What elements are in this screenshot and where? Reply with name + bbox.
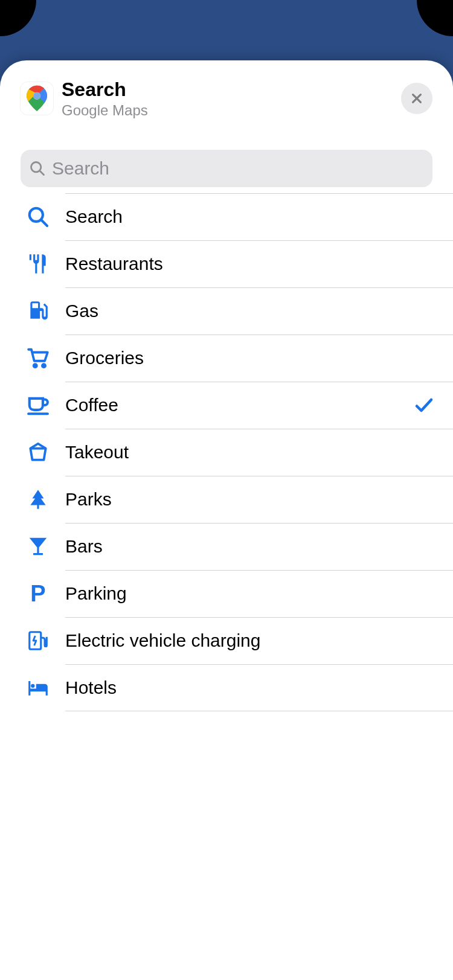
category-label: Parking [65, 583, 435, 604]
category-restaurants[interactable]: Restaurants [0, 240, 453, 287]
category-label: Gas [65, 301, 435, 321]
category-ev-charging[interactable]: Electric vehicle charging [0, 617, 453, 664]
category-label: Search [65, 207, 435, 227]
search-icon [24, 203, 52, 231]
category-groceries[interactable]: Groceries [0, 335, 453, 382]
parks-icon [24, 485, 52, 513]
category-bars[interactable]: Bars [0, 523, 453, 570]
svg-point-6 [34, 365, 37, 368]
category-parks[interactable]: Parks [0, 476, 453, 523]
svg-point-11 [31, 684, 34, 688]
category-parking[interactable]: P Parking [0, 570, 453, 617]
groceries-icon [24, 344, 52, 372]
bars-icon [24, 533, 52, 560]
restaurant-icon [24, 250, 52, 278]
parking-icon: P [24, 580, 52, 607]
search-input-field[interactable] [21, 150, 432, 187]
category-label: Bars [65, 536, 435, 557]
sheet-header: Search Google Maps [0, 75, 453, 129]
category-label: Groceries [65, 348, 435, 368]
close-button[interactable] [401, 83, 432, 114]
sheet-title: Search [62, 78, 401, 101]
svg-point-1 [33, 92, 40, 100]
google-maps-app-icon [21, 82, 53, 115]
category-hotels[interactable]: Hotels [0, 664, 453, 711]
ev-charging-icon [24, 627, 52, 655]
category-label: Electric vehicle charging [65, 630, 435, 651]
category-label: Restaurants [65, 254, 435, 274]
svg-point-7 [42, 365, 45, 368]
category-search[interactable]: Search [0, 193, 453, 240]
category-label: Coffee [65, 395, 413, 415]
coffee-icon [24, 391, 52, 419]
category-label: Parks [65, 489, 435, 510]
search-input[interactable] [52, 158, 424, 179]
category-gas[interactable]: Gas [0, 287, 453, 335]
hotels-icon [24, 674, 52, 702]
category-list: Search Restaurants Gas Groceries Coffee [0, 193, 453, 711]
close-icon [410, 92, 423, 105]
svg-line-5 [41, 220, 47, 226]
category-label: Hotels [65, 677, 435, 698]
category-label: Takeout [65, 442, 435, 463]
search-icon [29, 160, 46, 177]
takeout-icon [24, 438, 52, 466]
search-sheet: Search Google Maps Search Restaurants [0, 60, 453, 980]
gas-icon [24, 297, 52, 325]
svg-line-3 [40, 171, 44, 175]
category-coffee[interactable]: Coffee [0, 382, 453, 429]
category-takeout[interactable]: Takeout [0, 429, 453, 476]
sheet-subtitle: Google Maps [62, 102, 401, 119]
checkmark-icon [413, 394, 435, 416]
